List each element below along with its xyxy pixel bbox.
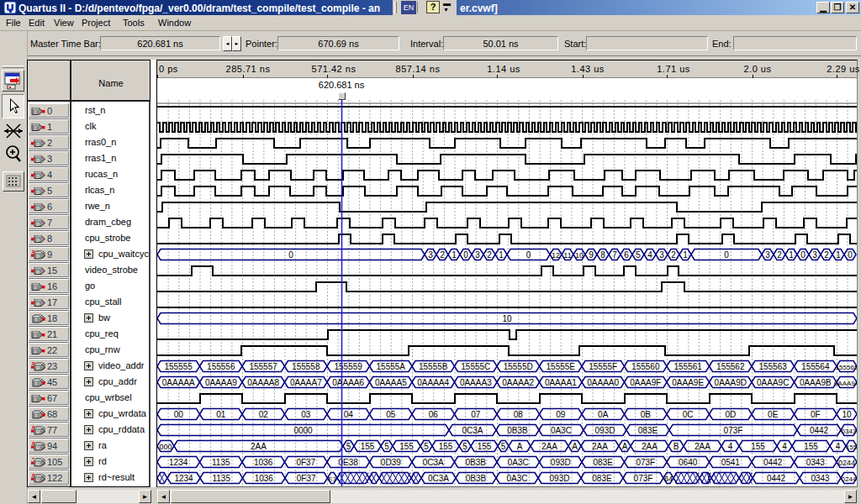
svg-text:1: 1 <box>452 250 457 260</box>
svg-text:0AAAA7: 0AAAA7 <box>290 378 322 387</box>
svg-text:I: I <box>34 349 36 354</box>
svg-text:05: 05 <box>386 410 396 419</box>
svg-text:I: I <box>35 381 37 386</box>
svg-text:11: 11 <box>563 251 571 260</box>
svg-text:0343: 0343 <box>811 474 830 483</box>
svg-text:0AAAA4: 0AAAA4 <box>417 378 449 387</box>
svg-text:o: o <box>36 253 40 259</box>
svg-text:o: o <box>36 269 40 275</box>
svg-text:093D: 093D <box>595 426 615 435</box>
svg-text:64: 64 <box>664 475 673 483</box>
svg-text:155556: 155556 <box>207 362 235 371</box>
svg-text:5: 5 <box>501 442 506 451</box>
svg-text:09: 09 <box>556 410 566 419</box>
svg-text:8: 8 <box>600 250 605 260</box>
svg-text:0A3C: 0A3C <box>506 474 527 483</box>
svg-text:2AA: 2AA <box>695 442 710 451</box>
svg-text:0: 0 <box>526 250 531 260</box>
svg-text:2: 2 <box>824 250 829 260</box>
svg-text:I: I <box>34 285 36 291</box>
svg-text:0B3B: 0B3B <box>466 474 487 483</box>
svg-text:2AA: 2AA <box>541 442 557 451</box>
svg-text:0442: 0442 <box>767 474 786 483</box>
svg-text:155: 155 <box>804 442 818 451</box>
svg-text:0AAA9A: 0AAA9A <box>834 380 857 387</box>
svg-text:0343: 0343 <box>842 428 857 435</box>
svg-text:2AA: 2AA <box>592 442 608 451</box>
svg-text:00: 00 <box>174 410 184 419</box>
svg-text:0: 0 <box>288 250 293 260</box>
svg-text:0AAA9C: 0AAA9C <box>757 378 789 387</box>
svg-text:0AAAA3: 0AAAA3 <box>460 378 492 387</box>
svg-text:o: o <box>36 157 40 163</box>
svg-text:155559: 155559 <box>335 362 363 371</box>
svg-text:4: 4 <box>728 442 733 451</box>
svg-text:155563: 155563 <box>759 362 788 371</box>
svg-text:1036: 1036 <box>255 474 274 483</box>
svg-text:I: I <box>34 125 36 131</box>
svg-text:0AAA9F: 0AAA9F <box>630 378 661 387</box>
svg-text:1036: 1036 <box>254 458 273 467</box>
svg-text:o: o <box>36 221 40 227</box>
svg-text:5: 5 <box>636 250 641 260</box>
svg-text:4: 4 <box>647 250 652 260</box>
svg-text:15555A: 15555A <box>377 362 406 371</box>
svg-text:0: 0 <box>800 250 806 260</box>
svg-text:155: 155 <box>361 442 375 451</box>
svg-text:0442: 0442 <box>763 458 783 467</box>
svg-text:3: 3 <box>812 250 817 260</box>
svg-text:073F: 073F <box>634 474 653 483</box>
svg-text:io: io <box>35 460 40 466</box>
svg-text:10: 10 <box>502 314 512 323</box>
svg-text:o: o <box>36 189 40 195</box>
svg-text:0244: 0244 <box>842 475 857 483</box>
svg-text:I: I <box>34 333 36 339</box>
svg-text:5: 5 <box>462 442 467 451</box>
svg-text:0442: 0442 <box>810 426 829 435</box>
svg-text:0343: 0343 <box>806 458 826 467</box>
svg-text:0: 0 <box>848 250 853 260</box>
svg-text:0B3B: 0B3B <box>466 458 487 467</box>
svg-text:1234: 1234 <box>174 474 193 483</box>
svg-text:155: 155 <box>846 444 857 451</box>
svg-text:4: 4 <box>836 442 841 451</box>
svg-text:155558: 155558 <box>292 362 320 371</box>
svg-text:3: 3 <box>659 250 664 260</box>
svg-text:0C: 0C <box>683 410 694 419</box>
svg-text:155561: 155561 <box>674 362 703 371</box>
svg-text:A: A <box>517 442 523 451</box>
svg-text:o: o <box>36 205 40 211</box>
svg-text:3: 3 <box>475 250 480 260</box>
svg-text:1: 1 <box>789 250 794 260</box>
svg-text:155560: 155560 <box>631 362 660 371</box>
svg-text:I: I <box>35 412 37 418</box>
svg-text:1135: 1135 <box>212 474 230 483</box>
svg-text:0AAAA6: 0AAAA6 <box>332 378 364 387</box>
svg-text:093D: 093D <box>551 458 571 467</box>
svg-text:12: 12 <box>552 251 560 260</box>
svg-text:0A3C: 0A3C <box>508 458 529 467</box>
svg-text:2AA: 2AA <box>642 442 658 451</box>
svg-text:6: 6 <box>624 250 629 260</box>
svg-text:155562: 155562 <box>716 362 745 371</box>
svg-text:155557: 155557 <box>250 362 278 371</box>
svg-text:0AAAA8: 0AAAA8 <box>247 378 279 387</box>
svg-text:o: o <box>36 237 40 243</box>
svg-text:155: 155 <box>439 442 453 451</box>
svg-text:o: o <box>36 428 40 434</box>
svg-text:0E: 0E <box>768 410 779 419</box>
svg-text:155564: 155564 <box>801 362 830 371</box>
svg-text:B: B <box>673 442 679 451</box>
svg-text:0C3A: 0C3A <box>462 426 483 435</box>
svg-text:155555: 155555 <box>165 362 193 371</box>
svg-text:0AAA9D: 0AAA9D <box>715 378 747 387</box>
svg-text:04: 04 <box>344 410 354 419</box>
svg-text:o: o <box>36 444 40 450</box>
svg-text:0AAA9B: 0AAA9B <box>800 378 832 387</box>
svg-text:15555C: 15555C <box>461 362 490 371</box>
svg-text:0640: 0640 <box>679 458 698 467</box>
svg-text:A: A <box>622 442 628 451</box>
svg-text:0AAAA0: 0AAAA0 <box>587 378 619 387</box>
svg-text:A: A <box>572 442 578 451</box>
svg-text:0D: 0D <box>725 410 736 419</box>
